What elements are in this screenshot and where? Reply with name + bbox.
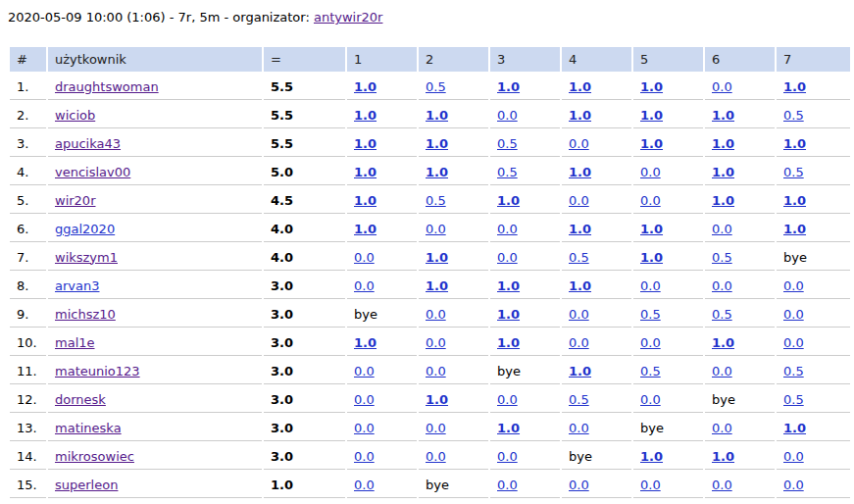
game-result-link[interactable]: 0.0 [497,250,518,265]
game-result-link[interactable]: 0.0 [783,307,804,322]
game-result-link[interactable]: 0.0 [640,165,661,179]
game-result-link[interactable]: 0.0 [569,335,589,350]
user-link[interactable]: vencislav00 [55,165,130,179]
game-result-link[interactable]: 0.0 [497,222,518,236]
user-link[interactable]: superleon [55,478,118,492]
game-result-link[interactable]: 1.0 [783,136,806,151]
game-result-link[interactable]: 0.0 [640,392,661,407]
game-result-link[interactable]: 0.5 [783,108,804,123]
game-result-link[interactable]: 1.0 [569,79,591,94]
game-result-link[interactable]: 0.0 [354,449,375,464]
game-result-link[interactable]: 0.0 [712,79,732,94]
game-result-link[interactable]: 0.5 [783,364,804,378]
game-result-link[interactable]: 1.0 [569,165,591,179]
game-result-link[interactable]: 0.0 [640,478,661,492]
game-result-link[interactable]: 1.0 [426,278,448,293]
game-result-link[interactable]: 1.0 [497,307,520,322]
user-link[interactable]: wiciob [55,108,95,123]
game-result-link[interactable]: 1.0 [497,421,520,435]
game-result-link[interactable]: 1.0 [640,250,663,265]
game-result-link[interactable]: 0.0 [354,278,375,293]
user-link[interactable]: draughtswoman [55,79,159,94]
game-result-link[interactable]: 0.0 [569,421,589,435]
game-result-link[interactable]: 0.0 [354,250,375,265]
game-result-link[interactable]: 0.0 [354,364,375,378]
user-link[interactable]: dornesk [55,392,106,407]
game-result-link[interactable]: 0.0 [497,392,518,407]
user-link[interactable]: apucika43 [55,136,121,151]
game-result-link[interactable]: 0.0 [426,307,446,322]
game-result-link[interactable]: 1.0 [712,165,734,179]
game-result-link[interactable]: 0.0 [712,364,732,378]
user-link[interactable]: wikszym1 [55,250,118,265]
game-result-link[interactable]: 0.0 [497,449,518,464]
game-result-link[interactable]: 1.0 [569,364,591,378]
game-result-link[interactable]: 1.0 [783,421,806,435]
game-result-link[interactable]: 1.0 [354,193,377,208]
game-result-link[interactable]: 0.5 [712,250,732,265]
game-result-link[interactable]: 1.0 [712,449,734,464]
game-result-link[interactable]: 0.0 [569,307,589,322]
game-result-link[interactable]: 1.0 [426,250,448,265]
game-result-link[interactable]: 0.0 [783,278,804,293]
game-result-link[interactable]: 1.0 [354,108,377,123]
game-result-link[interactable]: 1.0 [640,136,663,151]
game-result-link[interactable]: 0.0 [426,364,446,378]
user-link[interactable]: mateunio123 [55,364,140,378]
game-result-link[interactable]: 0.5 [497,136,518,151]
game-result-link[interactable]: 0.5 [569,250,589,265]
game-result-link[interactable]: 1.0 [712,335,734,350]
user-link[interactable]: mikrosowiec [55,449,134,464]
game-result-link[interactable]: 1.0 [640,222,663,236]
game-result-link[interactable]: 1.0 [712,193,734,208]
game-result-link[interactable]: 0.0 [354,478,375,492]
user-link[interactable]: arvan3 [55,278,99,293]
game-result-link[interactable]: 1.0 [426,108,448,123]
game-result-link[interactable]: 0.0 [712,421,732,435]
game-result-link[interactable]: 0.0 [712,278,732,293]
game-result-link[interactable]: 0.5 [783,165,804,179]
game-result-link[interactable]: 0.0 [354,392,375,407]
game-result-link[interactable]: 0.0 [426,222,446,236]
game-result-link[interactable]: 1.0 [640,449,663,464]
game-result-link[interactable]: 1.0 [712,108,734,123]
user-link[interactable]: wir20r [55,193,95,208]
game-result-link[interactable]: 0.5 [640,307,661,322]
game-result-link[interactable]: 1.0 [354,165,377,179]
game-result-link[interactable]: 0.0 [569,193,589,208]
game-result-link[interactable]: 0.5 [640,364,661,378]
game-result-link[interactable]: 1.0 [497,79,520,94]
game-result-link[interactable]: 0.0 [783,335,804,350]
game-result-link[interactable]: 1.0 [569,278,591,293]
game-result-link[interactable]: 1.0 [497,335,520,350]
user-link[interactable]: mal1e [55,335,95,350]
game-result-link[interactable]: 0.0 [783,478,804,492]
game-result-link[interactable]: 0.0 [426,421,446,435]
game-result-link[interactable]: 0.0 [640,335,661,350]
game-result-link[interactable]: 0.5 [426,193,446,208]
game-result-link[interactable]: 1.0 [497,278,520,293]
game-result-link[interactable]: 1.0 [354,79,377,94]
game-result-link[interactable]: 1.0 [640,108,663,123]
game-result-link[interactable]: 0.5 [497,165,518,179]
game-result-link[interactable]: 0.0 [712,478,732,492]
game-result-link[interactable]: 1.0 [426,392,448,407]
game-result-link[interactable]: 0.5 [426,79,446,94]
game-result-link[interactable]: 0.5 [712,307,732,322]
organizer-link[interactable]: antywir20r [314,10,382,25]
user-link[interactable]: michsz10 [55,307,116,322]
game-result-link[interactable]: 1.0 [426,165,448,179]
game-result-link[interactable]: 0.0 [569,478,589,492]
game-result-link[interactable]: 0.0 [497,108,518,123]
game-result-link[interactable]: 1.0 [354,222,377,236]
user-link[interactable]: ggal2020 [55,222,115,236]
game-result-link[interactable]: 1.0 [783,222,806,236]
game-result-link[interactable]: 1.0 [569,108,591,123]
game-result-link[interactable]: 1.0 [354,136,377,151]
game-result-link[interactable]: 0.0 [640,193,661,208]
game-result-link[interactable]: 1.0 [354,335,377,350]
game-result-link[interactable]: 0.5 [783,392,804,407]
game-result-link[interactable]: 0.5 [569,392,589,407]
user-link[interactable]: matineska [55,421,122,435]
game-result-link[interactable]: 1.0 [640,79,663,94]
